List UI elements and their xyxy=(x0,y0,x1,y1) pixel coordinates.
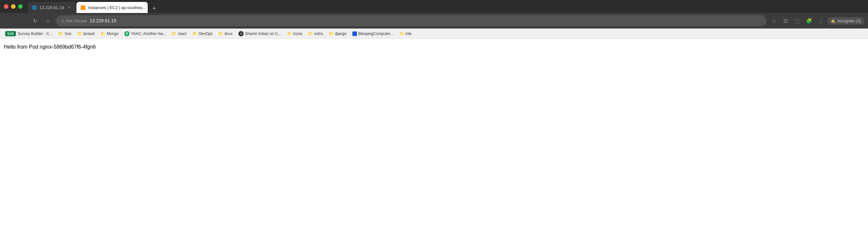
bookmark-shamir-label: Shamir Imtiaz on C... xyxy=(245,31,281,36)
bookmark-extra-label: extra xyxy=(314,31,323,36)
tab-ip-label: 13.229.61.19 xyxy=(39,5,64,10)
bookmark-laravel-label: laravel xyxy=(83,31,95,36)
folder-icon: 📁 xyxy=(287,31,292,36)
bookmark-react-label: react xyxy=(178,31,187,36)
gear-icon: ⋮ xyxy=(818,18,823,24)
bookmark-devops-label: DevOps xyxy=(198,31,213,36)
incognito-badge[interactable]: 🕵 Incognito (2) xyxy=(827,17,864,25)
folder-icon: 📁 xyxy=(308,31,313,36)
window-controls xyxy=(4,4,23,9)
close-button[interactable] xyxy=(4,4,8,9)
bookmark-mongo-label: Mongo xyxy=(106,31,119,36)
bookmark-survey[interactable]: SJS Survey Builder - C... xyxy=(3,30,55,37)
bookmark-yaac-label: YAAC: Another Aw... xyxy=(131,31,166,36)
page-content: Hello from Pod nginx-5869bd67f6-4fgn6 xyxy=(0,39,868,169)
bookmark-survey-label: Survey Builder - C... xyxy=(18,31,53,36)
extension-button[interactable]: 🧩 xyxy=(804,16,814,26)
bookmark-laravel[interactable]: 📁 laravel xyxy=(74,30,97,37)
folder-icon: 📁 xyxy=(172,31,177,36)
incognito-label: Incognito (2) xyxy=(838,19,861,23)
tab-ip-icon: 🌐 xyxy=(32,5,37,10)
warning-icon: ⚠ xyxy=(61,19,65,23)
shamir-icon: S xyxy=(238,31,244,36)
folder-icon: 📁 xyxy=(100,31,105,36)
bookmark-react[interactable]: 📁 react xyxy=(169,30,189,37)
new-tab-button[interactable]: + xyxy=(150,4,159,13)
folder-icon: 📁 xyxy=(218,31,223,36)
bookmark-inte-label: inte xyxy=(405,31,412,36)
tab-ec2-icon: 🟧 xyxy=(80,5,86,10)
bookmark-bleeding-label: BleepingComputer... xyxy=(358,31,394,36)
bookmark-devops[interactable]: 📁 DevOps xyxy=(190,30,215,37)
bookmark-linux-label: linux xyxy=(224,31,232,36)
maximize-button[interactable] xyxy=(18,4,23,9)
not-secure-label: Not Secure xyxy=(66,19,87,23)
bookmark-extra[interactable]: 📁 extra xyxy=(305,30,326,37)
survey-special-icon: SJS xyxy=(5,31,16,36)
folder-icon: 📁 xyxy=(192,31,197,36)
bookmark-yaac[interactable]: 6 YAAC: Another Aw... xyxy=(122,30,168,37)
tab-ip[interactable]: 🌐 13.229.61.19 ✕ xyxy=(28,2,76,13)
minimize-button[interactable] xyxy=(11,4,16,9)
back-button[interactable]: ← xyxy=(4,16,14,26)
bookmarks-bar: SJS Survey Builder - C... 📁 Vue 📁 larave… xyxy=(0,29,868,39)
bookmark-icons-label: icons xyxy=(293,31,302,36)
folder-icon: 📁 xyxy=(329,31,334,36)
star-icon: ☆ xyxy=(772,18,776,24)
refresh-button[interactable]: ↻ xyxy=(30,16,40,26)
address-bar[interactable]: ⚠ Not Secure 13.229.61.19 xyxy=(56,15,766,26)
folder-icon: 📁 xyxy=(58,31,63,36)
home-button[interactable]: ⌂ xyxy=(43,16,53,26)
tab-ip-close[interactable]: ✕ xyxy=(67,5,72,10)
cast-icon: ⬚ xyxy=(795,18,800,24)
bookmark-django-label: django xyxy=(335,31,346,36)
lens-button[interactable]: ⊡ xyxy=(780,16,791,26)
nav-actions: ☆ ⊡ ⬚ 🧩 ⋮ 🕵 Incognito (2) xyxy=(769,16,864,26)
star-button[interactable]: ☆ xyxy=(769,16,779,26)
refresh-icon: ↻ xyxy=(33,18,37,24)
cast-button[interactable]: ⬚ xyxy=(792,16,803,26)
bookmark-vue[interactable]: 📁 Vue xyxy=(56,30,74,37)
folder-icon: 📁 xyxy=(77,31,82,36)
bookmark-bleeding[interactable]: BleepingComputer... xyxy=(350,30,396,37)
incognito-icon: 🕵 xyxy=(831,19,836,23)
tabs-bar: 🌐 13.229.61.19 ✕ 🟧 Instances | EC2 | ap-… xyxy=(28,0,864,13)
yaac-icon: 6 xyxy=(124,31,129,36)
title-bar: 🌐 13.229.61.19 ✕ 🟧 Instances | EC2 | ap-… xyxy=(0,0,868,13)
settings-button[interactable]: ⋮ xyxy=(815,16,826,26)
folder-icon: 📁 xyxy=(399,31,404,36)
bookmark-vue-label: Vue xyxy=(64,31,71,36)
bleed-icon xyxy=(352,31,357,36)
back-icon: ← xyxy=(6,18,12,24)
puzzle-icon: 🧩 xyxy=(806,18,812,24)
nav-bar: ← → ↻ ⌂ ⚠ Not Secure 13.229.61.19 ☆ ⊡ ⬚ … xyxy=(0,13,868,29)
tab-ec2-label: Instances | EC2 | ap-southea... xyxy=(88,5,146,10)
tab-ec2[interactable]: 🟧 Instances | EC2 | ap-southea... ✕ xyxy=(76,2,148,13)
bookmark-django[interactable]: 📁 django xyxy=(326,30,349,37)
forward-button[interactable]: → xyxy=(17,16,27,26)
home-icon: ⌂ xyxy=(46,18,50,24)
lens-icon: ⊡ xyxy=(783,18,788,24)
page-text: Hello from Pod nginx-5869bd67f6-4fgn6 xyxy=(4,44,864,50)
bookmark-linux[interactable]: 📁 linux xyxy=(216,30,235,37)
bookmark-inte[interactable]: 📁 inte xyxy=(397,30,414,37)
bookmark-icons[interactable]: 📁 icons xyxy=(284,30,305,37)
bookmark-mongo[interactable]: 📁 Mongo xyxy=(98,30,121,37)
bookmark-shamir[interactable]: S Shamir Imtiaz on C... xyxy=(236,30,284,37)
forward-icon: → xyxy=(20,18,25,24)
url-text: 13.229.61.19 xyxy=(90,18,761,23)
not-secure-badge: ⚠ Not Secure xyxy=(61,19,87,23)
